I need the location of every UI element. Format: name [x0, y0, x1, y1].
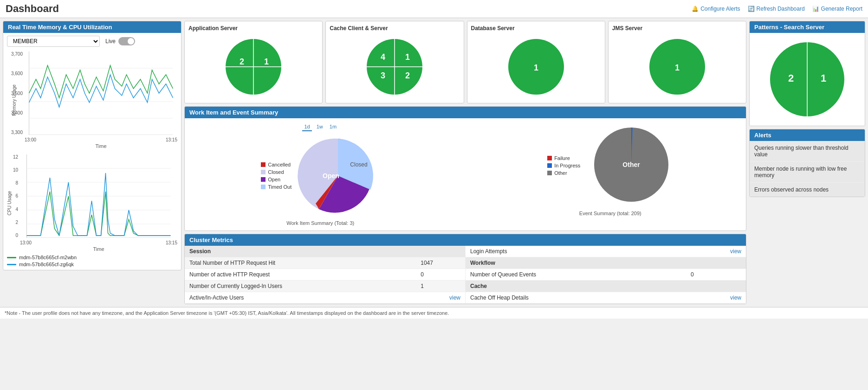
realtime-panel-header: Real Time Memory & CPU Utilization	[3, 21, 181, 33]
db-server-title: Database Server	[471, 25, 601, 32]
memory-x-ticks: 13:00 13:15	[25, 136, 177, 143]
live-label: Live	[105, 38, 116, 45]
legend-open: Open	[261, 177, 291, 182]
page-title: Dashboard	[6, 3, 59, 15]
active-http-row: Number of active HTTP Request 0	[185, 269, 465, 281]
legend-color-0	[7, 257, 16, 258]
cluster-metrics-header: Cluster Metrics	[185, 234, 746, 246]
tab-1m[interactable]: 1m	[328, 123, 338, 131]
patterns-pie-svg: 2 1	[765, 38, 849, 121]
svg-text:Other: Other	[623, 161, 641, 168]
refresh-dashboard-link[interactable]: 🔄 Refresh Dashboard	[748, 6, 805, 12]
right-panel: Patterns - Search Server 2 1 Alerts Quer…	[749, 21, 865, 304]
main-content: Real Time Memory & CPU Utilization MEMBE…	[0, 18, 868, 307]
jms-server-pie: 1	[645, 34, 710, 99]
time-tabs: 1d 1w 1m	[302, 123, 338, 131]
alerts-panel-header: Alerts	[750, 129, 865, 141]
patterns-card-title: Patterns - Search Server	[750, 21, 865, 33]
http-request-hit-row: Total Number of HTTP Request Hit 1047	[185, 257, 465, 269]
work-item-pie-svg: Open Closed	[296, 134, 380, 217]
metrics-left-col: Session Total Number of HTTP Request Hit…	[185, 246, 466, 304]
memory-y-label: Memory Usage	[12, 84, 17, 116]
legend-item-1: mdm-57b8c665cf-zg6qk	[7, 262, 177, 267]
event-chart-label: Event Summary (total: 209)	[579, 211, 641, 216]
legend-other: Other	[547, 170, 580, 176]
report-icon: 📊	[812, 6, 819, 12]
member-select[interactable]: MEMBER	[7, 36, 100, 47]
cache-server-card: Cache Client & Server 4 1 3 2	[325, 21, 464, 103]
work-item-panel: Work Item and Event Summary 1d 1w 1m	[184, 106, 746, 231]
work-item-chart-label: Work Item Summary (Total: 3)	[286, 220, 354, 226]
patterns-card: Patterns - Search Server 2 1	[749, 21, 865, 126]
cpu-x-label: Time	[20, 246, 177, 252]
metrics-right-col: Login Attempts view Workflow Number of Q…	[466, 246, 746, 304]
legend-failure: Failure	[547, 155, 580, 161]
svg-text:1: 1	[821, 72, 826, 84]
app-server-card: Application Server 2 1	[184, 21, 323, 103]
memory-chart-svg	[25, 51, 177, 135]
memory-chart: 3,700 3,600 3,500 3,400 3,300 Memory Usa…	[3, 50, 181, 149]
cpu-y-label: CPU Usage	[7, 191, 12, 216]
cpu-chart-svg	[20, 154, 177, 238]
svg-text:1: 1	[534, 63, 538, 72]
queued-events-row: Number of Queued Events 0	[466, 269, 746, 281]
svg-text:2: 2	[405, 71, 410, 80]
jms-server-title: JMS Server	[612, 25, 742, 32]
metrics-right-table: Login Attempts view Workflow Number of Q…	[466, 246, 746, 304]
cluster-metrics-panel: Cluster Metrics Session Total Number of …	[184, 234, 746, 304]
cpu-x-ticks: 13:00 13:15	[20, 239, 177, 246]
live-toggle-switch[interactable]	[118, 37, 135, 45]
footer-note: *Note - The user profile does not have a…	[0, 307, 868, 319]
alerts-panel: Alerts Queries running slower than thres…	[749, 129, 865, 197]
left-panel: Real Time Memory & CPU Utilization MEMBE…	[3, 21, 181, 304]
logged-in-users-row: Number of Currently Logged-In Users 1	[185, 281, 465, 292]
configure-alerts-link[interactable]: 🔔 Configure Alerts	[692, 6, 740, 12]
svg-text:1: 1	[675, 63, 680, 72]
session-header-row: Session	[185, 246, 465, 257]
svg-text:1: 1	[264, 57, 269, 66]
svg-text:3: 3	[381, 71, 385, 80]
work-item-chart-half: 1d 1w 1m Cancelled Closed	[189, 123, 452, 226]
legend-cancelled: Cancelled	[261, 162, 291, 167]
server-cards-row: Application Server 2 1 Cache Client & Se…	[184, 21, 746, 103]
event-chart-half: Failure In Progress Other	[479, 123, 742, 226]
cpu-chart: 12 10 8 6 4 2 0 CPU Usage	[3, 153, 181, 252]
svg-text:Closed: Closed	[350, 161, 368, 168]
event-legend: Failure In Progress Other	[547, 155, 580, 176]
app-server-pie: 2 1	[221, 34, 286, 99]
svg-text:4: 4	[381, 52, 385, 62]
metrics-left-table: Session Total Number of HTTP Request Hit…	[185, 246, 465, 304]
refresh-icon: 🔄	[748, 6, 755, 12]
tab-1w[interactable]: 1w	[315, 123, 325, 131]
configure-alerts-icon: 🔔	[692, 6, 699, 12]
alert-item-2: Errors observed across nodes	[750, 183, 865, 197]
top-bar: Dashboard 🔔 Configure Alerts 🔄 Refresh D…	[0, 0, 868, 18]
alert-item-1: Member node is running with low free mem…	[750, 162, 865, 183]
chart-legend: mdm-57b8c665cf-m2wbn mdm-57b8c665cf-zg6q…	[3, 252, 181, 270]
live-toggle: Live	[105, 37, 135, 45]
event-pie-container: Other	[589, 123, 673, 208]
memory-x-label: Time	[25, 143, 177, 149]
generate-report-link[interactable]: 📊 Generate Report	[812, 6, 862, 12]
app-server-title: Application Server	[188, 25, 318, 32]
active-inactive-row: Active/In-Active Users view	[185, 292, 465, 304]
legend-timedout: Timed Out	[261, 184, 291, 190]
svg-text:2: 2	[788, 72, 794, 84]
tab-1d[interactable]: 1d	[302, 123, 311, 131]
legend-color-1	[7, 264, 16, 265]
work-item-legend: Cancelled Closed Open	[261, 162, 291, 190]
cluster-metrics-body: Session Total Number of HTTP Request Hit…	[185, 246, 746, 304]
svg-text:1: 1	[405, 52, 410, 62]
cache-offheap-row: Cache Off Heap Details view	[466, 292, 746, 304]
center-panel: Application Server 2 1 Cache Client & Se…	[184, 21, 746, 304]
work-item-body: 1d 1w 1m Cancelled Closed	[185, 118, 746, 230]
cache-header-row: Cache	[466, 281, 746, 292]
legend-item-0: mdm-57b8c665cf-m2wbn	[7, 255, 177, 260]
legend-inprogress: In Progress	[547, 163, 580, 168]
cache-server-title: Cache Client & Server	[330, 25, 460, 32]
event-pie-svg: Other	[589, 123, 673, 206]
svg-text:2: 2	[240, 57, 244, 66]
work-item-panel-header: Work Item and Event Summary	[185, 107, 746, 118]
db-server-pie: 1	[504, 34, 569, 99]
event-pie-row: Failure In Progress Other	[547, 123, 673, 208]
